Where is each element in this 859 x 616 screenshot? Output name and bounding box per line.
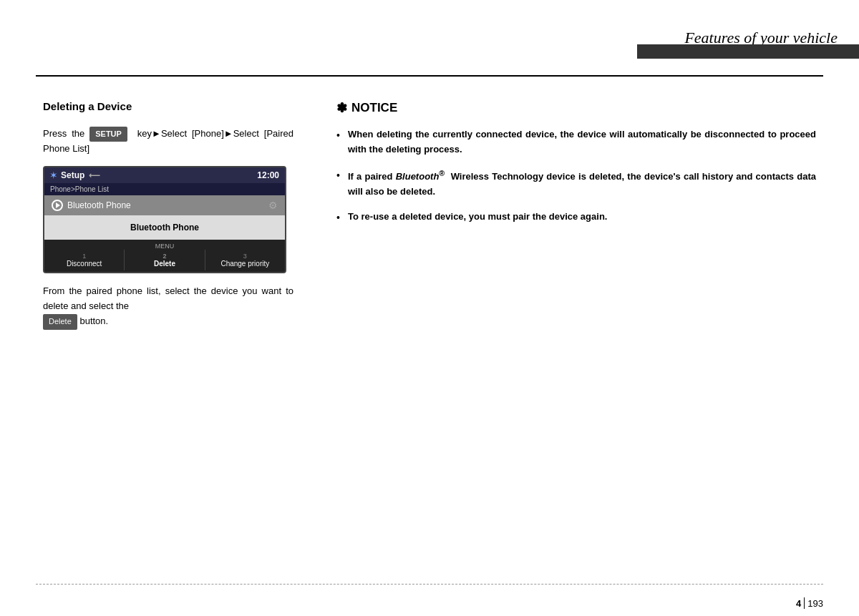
chapter-number: 4: [796, 598, 801, 609]
instruction-pre: Press the: [43, 128, 84, 139]
instruction-text: Press the SETUP key►Select [Phone]►Selec…: [43, 127, 293, 155]
notice-item-1: When deleting the currently connected de…: [336, 127, 816, 157]
screen-breadcrumb: Phone>Phone List: [44, 183, 285, 195]
footer-dashed-line: [36, 584, 823, 585]
page-num: 193: [807, 598, 823, 609]
play-circle-icon: [52, 200, 63, 211]
play-triangle-icon: [56, 202, 60, 208]
menu-num-3: 3: [207, 253, 283, 260]
notice-list: When deleting the currently connected de…: [336, 127, 816, 224]
below-screen-text: From the paired phone list, select the d…: [43, 284, 293, 329]
screen-menu-items: 1 Disconnect 2 Delete 3 Change priority: [44, 250, 285, 270]
menu-label-change-priority: Change priority: [220, 260, 269, 268]
selected-item-label: Bluetooth Phone: [67, 200, 131, 210]
below-screen-text1: From the paired phone list, select the d…: [43, 285, 293, 311]
setup-badge: SETUP: [89, 127, 127, 142]
menu-label-disconnect: Disconnect: [67, 260, 102, 268]
section-title: Deleting a Device: [43, 100, 293, 112]
notice-item-2-pre: If a paired Bluetooth® Wireless Technolo…: [348, 171, 816, 197]
left-column: Deleting a Device Press the SETUP key►Se…: [0, 79, 315, 580]
menu-change-priority: 3 Change priority: [205, 250, 285, 270]
notice-title: ✽ NOTICE: [336, 100, 816, 116]
screen-header-left: ✶ Setup ⟵: [50, 170, 100, 180]
screen-selected-item: Bluetooth Phone ⚙: [44, 195, 285, 215]
screen-device-name: Bluetooth Phone: [44, 215, 285, 240]
bluetooth-italic-text: Bluetooth: [396, 171, 440, 182]
screen-mockup: ✶ Setup ⟵ 12:00 Phone>Phone List Bluetoo…: [43, 166, 286, 273]
menu-num-1: 1: [46, 253, 122, 260]
menu-label-delete: Delete: [154, 260, 175, 268]
below-screen-text2: button.: [79, 316, 108, 326]
audio-icon: ⟵: [89, 171, 100, 180]
page-separator: [804, 597, 805, 609]
menu-num-2: 2: [126, 253, 203, 260]
header-title-area: Features of your vehicle: [573, 0, 859, 75]
page-number: 4 193: [796, 597, 823, 609]
screen-menu-area: MENU 1 Disconnect 2 Delete 3 Change prio…: [44, 240, 285, 272]
registered-symbol: ®: [439, 169, 445, 177]
notice-item-3: To re-use a deleted device, you must pai…: [336, 210, 816, 225]
screen-title: Setup: [61, 170, 84, 180]
notice-title-text: NOTICE: [351, 101, 397, 115]
delete-badge: Delete: [43, 314, 77, 330]
footer: 4 193: [0, 580, 859, 616]
menu-disconnect: 1 Disconnect: [44, 250, 125, 270]
screen-time: 12:00: [257, 170, 279, 180]
header-line: [36, 75, 823, 77]
screen-header: ✶ Setup ⟵ 12:00: [44, 167, 285, 183]
gear-icon: ⚙: [268, 200, 278, 211]
notice-item-1-text: When deleting the currently connected de…: [348, 129, 816, 155]
main-content: Deleting a Device Press the SETUP key►Se…: [0, 79, 859, 580]
menu-delete: 2 Delete: [125, 250, 205, 270]
header: Features of your vehicle: [0, 0, 859, 75]
menu-label: MENU: [44, 241, 285, 250]
notice-item-2: If a paired Bluetooth® Wireless Technolo…: [336, 167, 816, 200]
notice-item-3-text: To re-use a deleted device, you must pai…: [348, 211, 607, 222]
bluetooth-icon: ✶: [50, 171, 57, 180]
notice-star-icon: ✽: [336, 100, 347, 116]
right-column: ✽ NOTICE When deleting the currently con…: [315, 79, 859, 580]
header-dark-bar: [637, 44, 859, 59]
